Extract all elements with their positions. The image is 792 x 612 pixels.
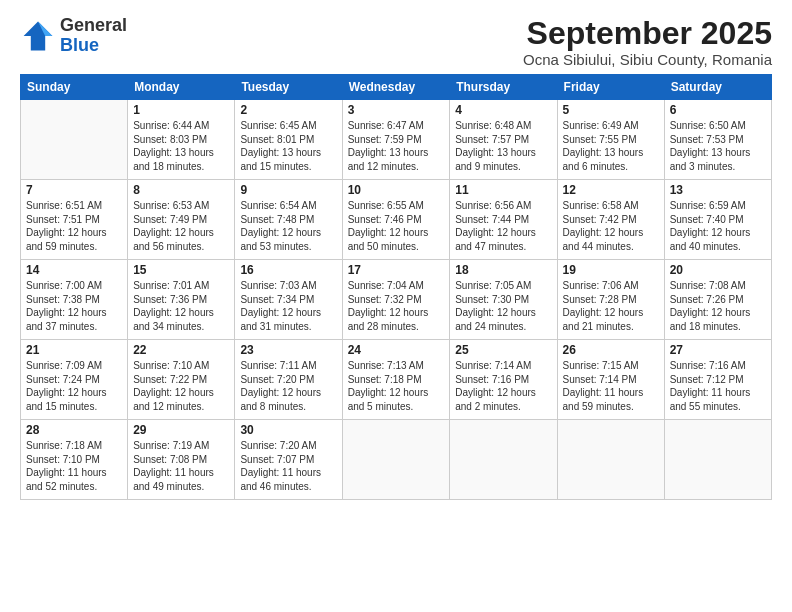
- logo: General Blue: [20, 16, 127, 56]
- day-info: Sunrise: 6:49 AMSunset: 7:55 PMDaylight:…: [563, 119, 659, 173]
- calendar-cell: 10Sunrise: 6:55 AMSunset: 7:46 PMDayligh…: [342, 180, 450, 260]
- day-number: 20: [670, 263, 766, 277]
- day-number: 11: [455, 183, 551, 197]
- calendar-cell: 17Sunrise: 7:04 AMSunset: 7:32 PMDayligh…: [342, 260, 450, 340]
- day-info: Sunrise: 7:10 AMSunset: 7:22 PMDaylight:…: [133, 359, 229, 413]
- day-info: Sunrise: 7:03 AMSunset: 7:34 PMDaylight:…: [240, 279, 336, 333]
- day-info: Sunrise: 6:54 AMSunset: 7:48 PMDaylight:…: [240, 199, 336, 253]
- day-info: Sunrise: 6:53 AMSunset: 7:49 PMDaylight:…: [133, 199, 229, 253]
- calendar-cell: 7Sunrise: 6:51 AMSunset: 7:51 PMDaylight…: [21, 180, 128, 260]
- day-number: 4: [455, 103, 551, 117]
- day-number: 7: [26, 183, 122, 197]
- day-number: 15: [133, 263, 229, 277]
- calendar-week-2: 7Sunrise: 6:51 AMSunset: 7:51 PMDaylight…: [21, 180, 772, 260]
- calendar-week-4: 21Sunrise: 7:09 AMSunset: 7:24 PMDayligh…: [21, 340, 772, 420]
- day-number: 12: [563, 183, 659, 197]
- day-info: Sunrise: 6:59 AMSunset: 7:40 PMDaylight:…: [670, 199, 766, 253]
- calendar-cell: 28Sunrise: 7:18 AMSunset: 7:10 PMDayligh…: [21, 420, 128, 500]
- day-number: 28: [26, 423, 122, 437]
- page: General Blue September 2025 Ocna Sibiulu…: [0, 0, 792, 510]
- day-info: Sunrise: 6:56 AMSunset: 7:44 PMDaylight:…: [455, 199, 551, 253]
- day-info: Sunrise: 7:09 AMSunset: 7:24 PMDaylight:…: [26, 359, 122, 413]
- header: General Blue September 2025 Ocna Sibiulu…: [20, 16, 772, 68]
- calendar-cell: 11Sunrise: 6:56 AMSunset: 7:44 PMDayligh…: [450, 180, 557, 260]
- day-number: 6: [670, 103, 766, 117]
- calendar-cell: 6Sunrise: 6:50 AMSunset: 7:53 PMDaylight…: [664, 100, 771, 180]
- day-number: 22: [133, 343, 229, 357]
- logo-general: General: [60, 15, 127, 35]
- calendar-cell: 20Sunrise: 7:08 AMSunset: 7:26 PMDayligh…: [664, 260, 771, 340]
- calendar-cell: 5Sunrise: 6:49 AMSunset: 7:55 PMDaylight…: [557, 100, 664, 180]
- calendar-cell: 25Sunrise: 7:14 AMSunset: 7:16 PMDayligh…: [450, 340, 557, 420]
- day-number: 9: [240, 183, 336, 197]
- calendar-cell: 9Sunrise: 6:54 AMSunset: 7:48 PMDaylight…: [235, 180, 342, 260]
- day-info: Sunrise: 7:00 AMSunset: 7:38 PMDaylight:…: [26, 279, 122, 333]
- calendar-week-3: 14Sunrise: 7:00 AMSunset: 7:38 PMDayligh…: [21, 260, 772, 340]
- day-info: Sunrise: 7:11 AMSunset: 7:20 PMDaylight:…: [240, 359, 336, 413]
- day-info: Sunrise: 7:01 AMSunset: 7:36 PMDaylight:…: [133, 279, 229, 333]
- day-info: Sunrise: 6:55 AMSunset: 7:46 PMDaylight:…: [348, 199, 445, 253]
- weekday-row: SundayMondayTuesdayWednesdayThursdayFrid…: [21, 75, 772, 100]
- day-number: 3: [348, 103, 445, 117]
- title-block: September 2025 Ocna Sibiului, Sibiu Coun…: [523, 16, 772, 68]
- day-number: 10: [348, 183, 445, 197]
- calendar-cell: 2Sunrise: 6:45 AMSunset: 8:01 PMDaylight…: [235, 100, 342, 180]
- calendar-cell: 26Sunrise: 7:15 AMSunset: 7:14 PMDayligh…: [557, 340, 664, 420]
- day-number: 16: [240, 263, 336, 277]
- day-info: Sunrise: 6:58 AMSunset: 7:42 PMDaylight:…: [563, 199, 659, 253]
- calendar-cell: 13Sunrise: 6:59 AMSunset: 7:40 PMDayligh…: [664, 180, 771, 260]
- day-number: 19: [563, 263, 659, 277]
- calendar-table: SundayMondayTuesdayWednesdayThursdayFrid…: [20, 74, 772, 500]
- day-info: Sunrise: 7:14 AMSunset: 7:16 PMDaylight:…: [455, 359, 551, 413]
- day-info: Sunrise: 7:08 AMSunset: 7:26 PMDaylight:…: [670, 279, 766, 333]
- weekday-header-sunday: Sunday: [21, 75, 128, 100]
- calendar-cell: 23Sunrise: 7:11 AMSunset: 7:20 PMDayligh…: [235, 340, 342, 420]
- calendar-cell: 27Sunrise: 7:16 AMSunset: 7:12 PMDayligh…: [664, 340, 771, 420]
- weekday-header-wednesday: Wednesday: [342, 75, 450, 100]
- calendar-week-1: 1Sunrise: 6:44 AMSunset: 8:03 PMDaylight…: [21, 100, 772, 180]
- day-number: 1: [133, 103, 229, 117]
- logo-blue: Blue: [60, 35, 99, 55]
- calendar-cell: 18Sunrise: 7:05 AMSunset: 7:30 PMDayligh…: [450, 260, 557, 340]
- logo-text: General Blue: [60, 16, 127, 56]
- calendar-cell: 14Sunrise: 7:00 AMSunset: 7:38 PMDayligh…: [21, 260, 128, 340]
- calendar-cell: 19Sunrise: 7:06 AMSunset: 7:28 PMDayligh…: [557, 260, 664, 340]
- calendar-cell: 12Sunrise: 6:58 AMSunset: 7:42 PMDayligh…: [557, 180, 664, 260]
- calendar-cell: 15Sunrise: 7:01 AMSunset: 7:36 PMDayligh…: [128, 260, 235, 340]
- calendar-cell: 1Sunrise: 6:44 AMSunset: 8:03 PMDaylight…: [128, 100, 235, 180]
- day-number: 13: [670, 183, 766, 197]
- calendar-cell: [21, 100, 128, 180]
- calendar-title: September 2025: [523, 16, 772, 51]
- day-info: Sunrise: 6:44 AMSunset: 8:03 PMDaylight:…: [133, 119, 229, 173]
- logo-icon: [20, 18, 56, 54]
- day-info: Sunrise: 6:50 AMSunset: 7:53 PMDaylight:…: [670, 119, 766, 173]
- calendar-body: 1Sunrise: 6:44 AMSunset: 8:03 PMDaylight…: [21, 100, 772, 500]
- day-number: 8: [133, 183, 229, 197]
- day-info: Sunrise: 7:16 AMSunset: 7:12 PMDaylight:…: [670, 359, 766, 413]
- calendar-cell: [557, 420, 664, 500]
- day-number: 26: [563, 343, 659, 357]
- calendar-header: SundayMondayTuesdayWednesdayThursdayFrid…: [21, 75, 772, 100]
- day-info: Sunrise: 7:18 AMSunset: 7:10 PMDaylight:…: [26, 439, 122, 493]
- calendar-cell: 29Sunrise: 7:19 AMSunset: 7:08 PMDayligh…: [128, 420, 235, 500]
- calendar-cell: 22Sunrise: 7:10 AMSunset: 7:22 PMDayligh…: [128, 340, 235, 420]
- calendar-cell: 21Sunrise: 7:09 AMSunset: 7:24 PMDayligh…: [21, 340, 128, 420]
- weekday-header-monday: Monday: [128, 75, 235, 100]
- day-number: 18: [455, 263, 551, 277]
- day-info: Sunrise: 6:45 AMSunset: 8:01 PMDaylight:…: [240, 119, 336, 173]
- weekday-header-thursday: Thursday: [450, 75, 557, 100]
- calendar-cell: 3Sunrise: 6:47 AMSunset: 7:59 PMDaylight…: [342, 100, 450, 180]
- calendar-cell: 8Sunrise: 6:53 AMSunset: 7:49 PMDaylight…: [128, 180, 235, 260]
- calendar-cell: 4Sunrise: 6:48 AMSunset: 7:57 PMDaylight…: [450, 100, 557, 180]
- calendar-cell: [342, 420, 450, 500]
- day-number: 27: [670, 343, 766, 357]
- weekday-header-saturday: Saturday: [664, 75, 771, 100]
- day-info: Sunrise: 6:48 AMSunset: 7:57 PMDaylight:…: [455, 119, 551, 173]
- day-number: 21: [26, 343, 122, 357]
- day-info: Sunrise: 6:51 AMSunset: 7:51 PMDaylight:…: [26, 199, 122, 253]
- calendar-cell: 30Sunrise: 7:20 AMSunset: 7:07 PMDayligh…: [235, 420, 342, 500]
- day-number: 25: [455, 343, 551, 357]
- calendar-week-5: 28Sunrise: 7:18 AMSunset: 7:10 PMDayligh…: [21, 420, 772, 500]
- day-info: Sunrise: 7:13 AMSunset: 7:18 PMDaylight:…: [348, 359, 445, 413]
- day-number: 23: [240, 343, 336, 357]
